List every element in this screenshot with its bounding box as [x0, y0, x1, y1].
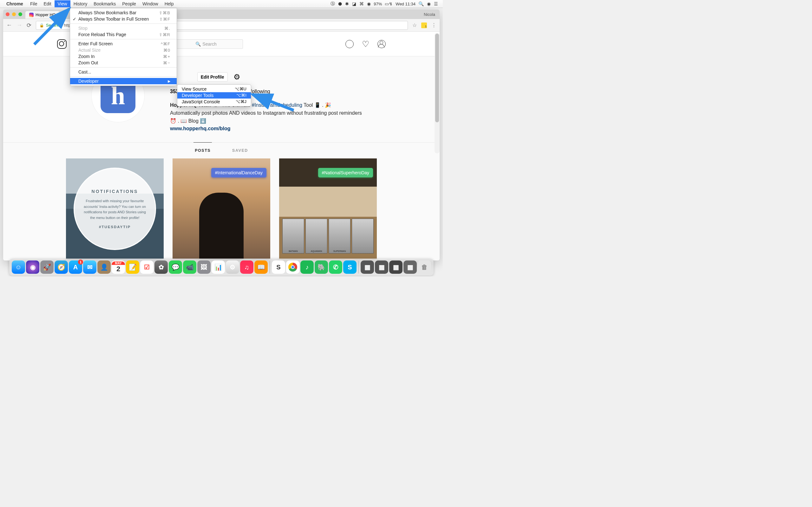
menu-item-bookmarks-bar[interactable]: Always Show Bookmarks Bar⇧⌘B: [70, 9, 177, 16]
minimize-window-button[interactable]: [12, 12, 16, 16]
music-icon[interactable]: ♫: [240, 261, 253, 274]
menu-item-actual-size: Actual Size⌘0: [70, 47, 177, 53]
posts-grid: NOTIFICATIONS Frustrated with missing yo…: [60, 158, 383, 261]
dropbox-menubar-icon[interactable]: ⬢: [338, 1, 342, 6]
mail-icon[interactable]: ✉: [83, 261, 96, 274]
notification-center-icon[interactable]: ☰: [434, 1, 438, 6]
drive-menubar-icon[interactable]: ◪: [352, 1, 356, 6]
browser-tab[interactable]: Hopper HQ: [26, 11, 59, 19]
sketch-icon[interactable]: S: [272, 261, 285, 274]
submenu-developer-tools[interactable]: Developer Tools⌥⌘I: [177, 92, 251, 99]
skype-dock-icon[interactable]: S: [343, 261, 357, 274]
dock-folder-icon[interactable]: ▦: [361, 261, 374, 274]
menu-view[interactable]: View: [55, 0, 70, 7]
chrome-profile-name[interactable]: Nicola: [424, 12, 435, 17]
chrome-dock-icon[interactable]: [286, 261, 299, 274]
menu-help[interactable]: Help: [161, 0, 177, 7]
menu-item-force-reload[interactable]: Force Reload This Page⇧⌘R: [70, 32, 177, 38]
tab-bar: Hopper HQ Nicola: [3, 9, 440, 19]
skype-menubar-icon[interactable]: Ⓢ: [331, 1, 335, 7]
menu-edit[interactable]: Edit: [40, 0, 54, 7]
settings-gear-icon[interactable]: ⚙: [234, 72, 241, 81]
menu-item-stop: Stop⌘.: [70, 25, 177, 32]
calendar-icon[interactable]: MAY2: [112, 261, 125, 274]
menu-item-developer[interactable]: Developer▶: [70, 78, 177, 84]
menu-bookmarks[interactable]: Bookmarks: [90, 0, 119, 7]
extension-icon[interactable]: 1: [421, 22, 427, 28]
search-input[interactable]: 🔍 Search: [169, 39, 243, 49]
secure-label: Secure: [46, 23, 59, 27]
spotlight-icon[interactable]: 🔍: [418, 1, 424, 6]
post-thumbnail[interactable]: #NationalSuperheroDay BATMAN AQUAMAN SUP…: [279, 158, 377, 259]
finder-icon[interactable]: ☺: [12, 261, 25, 274]
menu-item-fullscreen[interactable]: Enter Full Screen^⌘F: [70, 41, 177, 47]
view-menu-dropdown: Always Show Bookmarks Bar⇧⌘B ✓Always Sho…: [70, 8, 177, 86]
preview-icon[interactable]: 🖼: [197, 261, 211, 274]
messages-icon[interactable]: 💬: [169, 261, 182, 274]
wifi-icon[interactable]: ◉: [367, 1, 371, 6]
dock-folder-icon[interactable]: ▦: [389, 261, 403, 274]
reload-button[interactable]: ⟳: [27, 22, 32, 29]
safari-icon[interactable]: 🧭: [55, 261, 68, 274]
edit-profile-button[interactable]: Edit Profile: [197, 72, 228, 82]
ibooks-icon[interactable]: 📖: [254, 261, 268, 274]
hashtag-badge: #InternationalDanceDay: [211, 168, 266, 177]
evernote-dock-icon[interactable]: 🐘: [315, 261, 328, 274]
bio-link[interactable]: www.hopperhq.com/blog: [170, 126, 231, 131]
numbers-icon[interactable]: 📊: [212, 261, 225, 274]
menu-item-zoom-out[interactable]: Zoom Out⌘−: [70, 60, 177, 66]
activity-icon[interactable]: ♡: [362, 40, 369, 48]
app-name[interactable]: Chrome: [6, 1, 23, 6]
contacts-icon[interactable]: 👤: [97, 261, 111, 274]
post-thumbnail[interactable]: NOTIFICATIONS Frustrated with missing yo…: [66, 158, 164, 259]
tab-saved[interactable]: SAVED: [231, 142, 249, 158]
chrome-menu-icon[interactable]: ⋮: [432, 22, 437, 28]
menu-item-toolbar-fullscreen[interactable]: ✓Always Show Toolbar in Full Screen⇧⌘F: [70, 16, 177, 22]
battery-percent[interactable]: 97%: [374, 2, 382, 6]
facetime-icon[interactable]: 📹: [183, 261, 196, 274]
notes-icon[interactable]: 📝: [126, 261, 139, 274]
hashtag-link[interactable]: #InstagramScheduling: [252, 102, 302, 108]
scrollbar[interactable]: [435, 33, 440, 153]
back-button[interactable]: ←: [6, 22, 12, 29]
menu-window[interactable]: Window: [139, 0, 161, 7]
close-window-button[interactable]: [6, 12, 9, 16]
bluetooth-icon[interactable]: ⌘: [359, 1, 364, 6]
whatsapp-icon[interactable]: ✆: [329, 261, 342, 274]
menu-item-cast[interactable]: Cast...: [70, 69, 177, 75]
dock-folder-icon[interactable]: ▦: [403, 261, 417, 274]
menu-file[interactable]: File: [27, 0, 41, 7]
submenu-view-source[interactable]: View Source⌥⌘U: [177, 86, 251, 92]
scrollbar-thumb[interactable]: [435, 34, 439, 122]
appstore-icon[interactable]: A1: [69, 261, 82, 274]
instagram-logo-icon[interactable]: [57, 39, 67, 49]
following-count[interactable]: following: [250, 89, 270, 95]
system-prefs-icon[interactable]: ⚙: [226, 261, 239, 274]
trash-icon[interactable]: 🗑: [418, 261, 431, 274]
evernote-menubar-icon[interactable]: ✱: [345, 1, 349, 6]
bookmark-star-icon[interactable]: ☆: [412, 22, 417, 28]
clock[interactable]: Wed 11:34: [396, 2, 415, 6]
post-thumbnail[interactable]: #InternationalDanceDay: [172, 158, 270, 259]
menu-people[interactable]: People: [119, 0, 139, 7]
spotify-icon[interactable]: ♪: [300, 261, 314, 274]
battery-icon[interactable]: ▭↯: [385, 1, 393, 6]
profile-tabs: POSTS SAVED: [3, 142, 440, 158]
launchpad-icon[interactable]: 🚀: [40, 261, 54, 274]
reminders-icon[interactable]: ☑: [140, 261, 154, 274]
profile-icon[interactable]: [377, 40, 386, 48]
siri-icon[interactable]: ◉: [427, 1, 431, 6]
dock: ☺ ◉ 🚀 🧭 A1 ✉ 👤 MAY2 📝 ☑ ✿ 💬 📹 🖼 📊 ⚙ ♫ 📖 …: [9, 259, 434, 276]
menu-item-zoom-in[interactable]: Zoom In⌘+: [70, 53, 177, 60]
instagram-favicon-icon: [29, 13, 34, 17]
siri-dock-icon[interactable]: ◉: [26, 261, 39, 274]
dock-folder-icon[interactable]: ▦: [375, 261, 388, 274]
explore-icon[interactable]: [345, 40, 354, 48]
search-icon: 🔍: [195, 42, 201, 47]
browser-toolbar: ← → ⟳ 🔒 Secure | http ☆ 1 ⋮: [3, 19, 440, 32]
menu-history[interactable]: History: [70, 0, 91, 7]
maximize-window-button[interactable]: [18, 12, 22, 16]
tab-posts[interactable]: POSTS: [194, 142, 212, 158]
submenu-js-console[interactable]: JavaScript Console⌥⌘J: [177, 99, 251, 105]
photos-icon[interactable]: ✿: [154, 261, 168, 274]
